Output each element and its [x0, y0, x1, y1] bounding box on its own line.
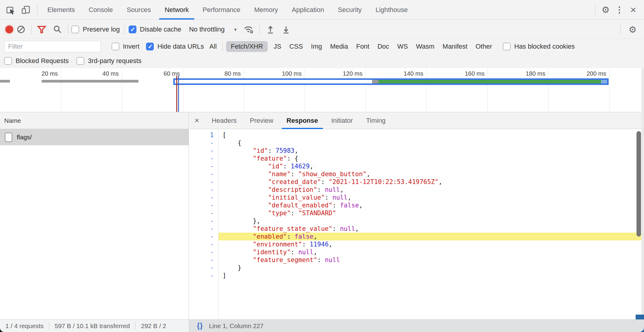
name-column-header[interactable]: Name	[0, 112, 189, 129]
code-text: "enabled": false,	[218, 233, 644, 240]
filter-type-css[interactable]: CSS	[287, 41, 305, 52]
timeline-tick-label: 140 ms	[378, 70, 423, 77]
preserve-log-label: Preserve log	[83, 26, 120, 33]
network-settings-gear-icon[interactable]: ⚙	[625, 22, 640, 37]
pretty-print-icon[interactable]: {}	[197, 322, 203, 330]
close-devtools-icon[interactable]: ×	[625, 2, 641, 18]
code-text: "initial_value": null,	[218, 194, 644, 201]
settings-gear-icon[interactable]: ⚙	[598, 2, 613, 18]
wrapped-line-marker[interactable]: -	[189, 170, 218, 178]
wrapped-line-marker[interactable]: -	[189, 201, 218, 209]
code-line: - {	[189, 139, 644, 147]
network-summary-bar: 1 / 4 requests597 B / 10.1 kB transferre…	[0, 319, 189, 332]
line-number[interactable]: 1	[189, 131, 218, 139]
wrapped-line-marker[interactable]: -	[189, 194, 218, 201]
wrapped-line-marker[interactable]: -	[189, 240, 218, 248]
wrapped-line-marker[interactable]: -	[189, 186, 218, 194]
tab-network[interactable]: Network	[158, 0, 196, 20]
detail-tab-preview[interactable]: Preview	[243, 112, 280, 129]
timeline-gridline	[61, 68, 61, 112]
filter-type-media[interactable]: Media	[328, 41, 350, 52]
wrapped-line-marker[interactable]: -	[189, 217, 218, 225]
blocked-requests-checkbox[interactable]	[4, 57, 12, 65]
timeline-tick-label: 180 ms	[500, 70, 545, 77]
device-toolbar-icon[interactable]	[19, 2, 34, 18]
wrapped-line-marker[interactable]: -	[189, 248, 218, 256]
panel-tabs: ElementsConsoleSourcesNetworkPerformance…	[40, 0, 415, 20]
detail-tab-strip: × HeadersPreviewResponseInitiatorTiming	[189, 112, 644, 129]
wrapped-line-marker[interactable]: -	[189, 225, 218, 233]
disable-cache-checkbox[interactable]	[129, 26, 136, 33]
request-row-flags[interactable]: flags/	[0, 129, 189, 145]
filter-type-font[interactable]: Font	[354, 41, 372, 52]
tab-security[interactable]: Security	[331, 0, 368, 20]
wrapped-line-marker[interactable]: -	[189, 256, 218, 264]
filter-type-doc[interactable]: Doc	[375, 41, 392, 52]
code-line: - "environment": 11946,	[189, 240, 644, 248]
hide-data-urls-checkbox[interactable]	[146, 43, 154, 50]
filter-type-all[interactable]: All	[207, 41, 219, 52]
code-line: - },	[189, 217, 644, 225]
filter-type-other[interactable]: Other	[473, 41, 494, 52]
invert-checkbox[interactable]	[112, 43, 119, 50]
detail-tab-timing[interactable]: Timing	[359, 112, 392, 129]
vertical-scrollbar-thumb[interactable]	[637, 131, 641, 237]
more-options-icon[interactable]: ⋮	[613, 2, 625, 18]
wrapped-line-marker[interactable]: -	[189, 233, 218, 240]
devtools-tab-bar: ElementsConsoleSourcesNetworkPerformance…	[0, 0, 644, 20]
filter-type-img[interactable]: Img	[309, 41, 324, 52]
code-text: {	[218, 139, 644, 147]
network-toolbar: Preserve log Disable cache No throttling…	[0, 20, 644, 39]
clear-network-log-icon[interactable]	[13, 22, 29, 37]
wrapped-line-marker[interactable]: -	[189, 264, 218, 272]
detail-tab-response[interactable]: Response	[280, 112, 325, 129]
detail-tabs: HeadersPreviewResponseInitiatorTiming	[205, 112, 392, 129]
tab-memory[interactable]: Memory	[247, 0, 285, 20]
filter-type-wasm[interactable]: Wasm	[414, 41, 437, 52]
inspect-element-icon[interactable]	[3, 2, 19, 18]
code-text: "created_date": "2021-11-12T10:22:53.419…	[218, 178, 644, 186]
wrapped-line-marker[interactable]: -	[189, 147, 218, 155]
wrapped-line-marker[interactable]: -	[189, 178, 218, 186]
tab-lighthouse[interactable]: Lighthouse	[368, 0, 415, 20]
blocked-requests-label: Blocked Requests	[16, 57, 69, 65]
tab-application[interactable]: Application	[285, 0, 331, 20]
filter-type-fetch-xhr[interactable]: Fetch/XHR	[226, 41, 268, 52]
filter-type-manifest[interactable]: Manifest	[440, 41, 470, 52]
tab-sources[interactable]: Sources	[120, 0, 158, 20]
throttling-select[interactable]: No throttling	[189, 26, 225, 33]
tab-console[interactable]: Console	[82, 0, 120, 20]
filter-type-js[interactable]: JS	[271, 41, 284, 52]
third-party-checkbox[interactable]	[76, 57, 84, 65]
detail-tab-headers[interactable]: Headers	[205, 112, 243, 129]
code-line: -]	[189, 272, 644, 279]
network-overview-timeline[interactable]: 20 ms40 ms60 ms80 ms100 ms120 ms140 ms16…	[0, 68, 644, 112]
record-network-log-icon[interactable]	[5, 26, 13, 33]
export-har-icon[interactable]	[278, 22, 294, 37]
timeline-gridline	[609, 68, 610, 112]
code-text: "id": 14629,	[218, 162, 644, 170]
code-line: - "identity": null,	[189, 248, 644, 256]
tab-performance[interactable]: Performance	[196, 0, 247, 20]
network-conditions-icon[interactable]	[241, 22, 256, 37]
preserve-log-checkbox[interactable]	[71, 26, 79, 33]
import-har-icon[interactable]	[263, 22, 278, 37]
throttling-caret-icon[interactable]: ▾	[234, 27, 237, 32]
has-blocked-cookies-checkbox[interactable]	[503, 43, 511, 50]
wrapped-line-marker[interactable]: -	[189, 155, 218, 162]
detail-tab-initiator[interactable]: Initiator	[325, 112, 359, 129]
filter-input[interactable]	[4, 41, 101, 52]
timeline-gridline	[365, 68, 366, 112]
wrapped-line-marker[interactable]: -	[189, 209, 218, 217]
wrapped-line-marker[interactable]: -	[189, 162, 218, 170]
close-detail-icon[interactable]: ×	[189, 116, 205, 125]
timeline-gridline	[122, 68, 122, 112]
wrapped-line-marker[interactable]: -	[189, 139, 218, 147]
filter-funnel-icon[interactable]	[34, 22, 49, 37]
wrapped-line-marker[interactable]: -	[189, 272, 218, 279]
hide-data-urls-label: Hide data URLs	[157, 43, 204, 50]
network-options-bar: Blocked Requests 3rd-party requests	[0, 54, 644, 68]
search-icon[interactable]	[49, 22, 65, 37]
tab-elements[interactable]: Elements	[40, 0, 82, 20]
filter-type-ws[interactable]: WS	[395, 41, 410, 52]
